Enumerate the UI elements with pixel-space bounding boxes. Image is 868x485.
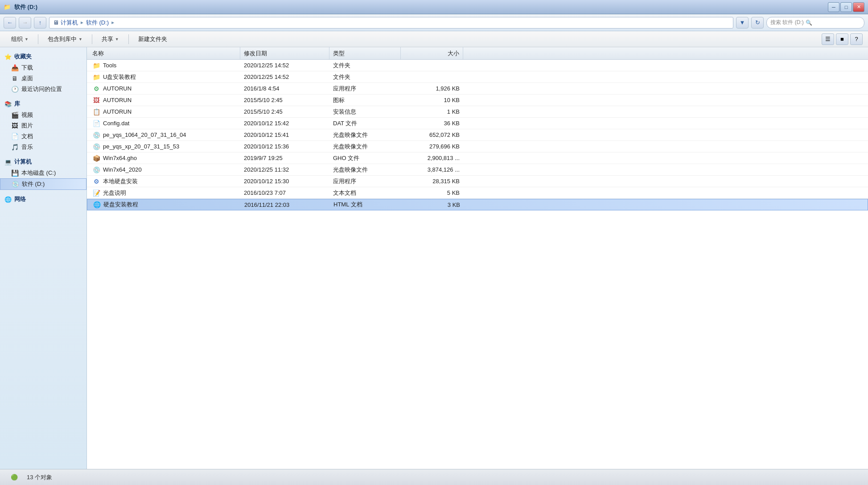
computer-label: 计算机 — [14, 158, 32, 166]
table-row[interactable]: ⚙ AUTORUN 2016/1/8 4:54 应用程序 1,926 KB — [87, 83, 868, 95]
table-row[interactable]: 📝 光盘说明 2016/10/23 7:07 文本文档 5 KB — [87, 187, 868, 199]
file-type-cell: 应用程序 — [329, 177, 401, 185]
status-icon: 🟢 — [7, 470, 21, 485]
table-row[interactable]: 📁 U盘安装教程 2020/12/25 14:52 文件夹 — [87, 71, 868, 83]
titlebar-left: 📁 软件 (D:) — [4, 3, 37, 11]
col-header-name[interactable]: 名称 — [89, 47, 240, 59]
d-drive-icon: 💿 — [11, 180, 19, 188]
forward-button[interactable]: → — [19, 17, 31, 29]
c-drive-icon: 💾 — [11, 169, 19, 177]
new-folder-button[interactable]: 新建文件夹 — [132, 33, 173, 45]
file-icon: 📦 — [92, 154, 100, 162]
sidebar-item-d-drive[interactable]: 💿 软件 (D:) — [0, 178, 86, 190]
status-count: 13 个对象 — [27, 473, 52, 481]
sidebar-library-section: 📚 库 🎬 视频 🖼 图片 📄 文档 🎵 音乐 — [0, 98, 86, 152]
file-size-cell: 5 KB — [401, 189, 463, 196]
sidebar-item-c-drive[interactable]: 💾 本地磁盘 (C:) — [0, 168, 86, 178]
col-header-date[interactable]: 修改日期 — [240, 47, 329, 59]
sidebar-download-label: 下载 — [21, 64, 33, 72]
preview-pane-button[interactable]: ■ — [836, 33, 848, 45]
table-row[interactable]: 💿 pe_yqs_1064_20_07_31_16_04 2020/10/12 … — [87, 129, 868, 141]
refresh-button[interactable]: ↻ — [751, 17, 764, 29]
table-row[interactable]: ⚙ 本地硬盘安装 2020/10/12 15:30 应用程序 28,315 KB — [87, 176, 868, 187]
file-icon: 📄 — [92, 119, 100, 127]
table-row[interactable]: 🌐 硬盘安装教程 2016/11/21 22:03 HTML 文档 3 KB — [87, 199, 868, 210]
file-date-cell: 2015/5/10 2:45 — [240, 97, 329, 103]
file-icon: 🌐 — [93, 201, 101, 209]
search-placeholder: 搜索 软件 (D:) — [770, 19, 804, 26]
file-date-cell: 2015/5/10 2:45 — [240, 108, 329, 115]
table-row[interactable]: 💿 Win7x64_2020 2020/12/25 11:32 光盘映像文件 3… — [87, 164, 868, 176]
file-date-cell: 2016/1/8 4:54 — [240, 85, 329, 92]
col-header-type[interactable]: 类型 — [329, 47, 401, 59]
table-row[interactable]: 📁 Tools 2020/12/25 14:52 文件夹 — [87, 60, 868, 71]
sidebar-video-label: 视频 — [21, 111, 33, 119]
toolbar-sep-3 — [128, 34, 129, 44]
sidebar-item-recent[interactable]: 🕐 最近访问的位置 — [0, 84, 86, 95]
sidebar-item-music[interactable]: 🎵 音乐 — [0, 142, 86, 152]
toolbar-sep-1 — [38, 34, 38, 44]
up-button[interactable]: ↑ — [34, 17, 46, 29]
sidebar-computer-header[interactable]: 💻 计算机 — [0, 156, 86, 168]
organize-button[interactable]: 组织 ▼ — [5, 33, 34, 45]
file-name-cell: 💿 pe_yqs_xp_20_07_31_15_53 — [89, 143, 240, 151]
video-icon: 🎬 — [11, 111, 19, 119]
file-date-cell: 2020/10/12 15:36 — [240, 143, 329, 150]
sidebar-pictures-label: 图片 — [21, 122, 33, 130]
help-button[interactable]: ? — [850, 33, 863, 45]
organize-label: 组织 — [11, 35, 23, 43]
back-button[interactable]: ← — [4, 17, 16, 29]
file-date-cell: 2016/10/23 7:07 — [240, 189, 329, 196]
maximize-button[interactable]: □ — [840, 2, 852, 12]
table-row[interactable]: 📄 Config.dat 2020/10/12 15:42 DAT 文件 36 … — [87, 118, 868, 129]
sidebar-item-download[interactable]: 📥 下载 — [0, 62, 86, 73]
file-name-cell: 🖼 AUTORUN — [89, 96, 240, 104]
sidebar-favorites-header[interactable]: ⭐ 收藏夹 — [0, 51, 86, 62]
file-type-cell: 光盘映像文件 — [329, 166, 401, 174]
share-arrow: ▼ — [115, 37, 119, 41]
sidebar-item-pictures[interactable]: 🖼 图片 — [0, 120, 86, 131]
pictures-icon: 🖼 — [11, 122, 19, 130]
minimize-button[interactable]: ─ — [828, 2, 839, 12]
breadcrumb-computer[interactable]: 计算机 — [61, 19, 78, 27]
view-options-button[interactable]: ☰ — [822, 33, 834, 45]
file-name-text: 光盘说明 — [103, 189, 126, 197]
file-type-cell: DAT 文件 — [329, 119, 401, 127]
file-icon: 💿 — [92, 166, 100, 174]
file-icon: 💿 — [92, 131, 100, 139]
file-name-text: 硬盘安装教程 — [103, 201, 138, 209]
close-button[interactable]: ✕ — [853, 2, 864, 12]
sidebar-c-drive-label: 本地磁盘 (C:) — [21, 169, 56, 177]
sidebar-network-header[interactable]: 🌐 网络 — [0, 193, 86, 205]
file-list: 📁 Tools 2020/12/25 14:52 文件夹 📁 U盘安装教程 20… — [87, 60, 868, 210]
toolbar: 组织 ▼ 包含到库中 ▼ 共享 ▼ 新建文件夹 ☰ ■ ? — [0, 31, 868, 47]
file-name-cell: 💿 Win7x64_2020 — [89, 166, 240, 174]
new-folder-label: 新建文件夹 — [138, 35, 167, 43]
table-row[interactable]: 📦 Win7x64.gho 2019/9/7 19:25 GHO 文件 2,90… — [87, 152, 868, 164]
table-row[interactable]: 🖼 AUTORUN 2015/5/10 2:45 图标 10 KB — [87, 95, 868, 106]
include-library-button[interactable]: 包含到库中 ▼ — [42, 33, 88, 45]
file-name-text: Win7x64.gho — [103, 155, 137, 161]
titlebar: 📁 软件 (D:) ─ □ ✕ — [0, 0, 868, 14]
documents-icon: 📄 — [11, 132, 19, 140]
sidebar-library-header[interactable]: 📚 库 — [0, 98, 86, 110]
sidebar-item-documents[interactable]: 📄 文档 — [0, 131, 86, 142]
file-icon: 📁 — [92, 73, 100, 81]
file-name-text: pe_yqs_1064_20_07_31_16_04 — [103, 132, 186, 138]
sidebar-item-video[interactable]: 🎬 视频 — [0, 110, 86, 120]
file-size-cell: 28,315 KB — [401, 178, 463, 185]
file-date-cell: 2020/10/12 15:42 — [240, 120, 329, 127]
share-button[interactable]: 共享 ▼ — [96, 33, 125, 45]
statusbar: 🟢 13 个对象 — [0, 469, 868, 485]
sidebar-item-desktop[interactable]: 🖥 桌面 — [0, 73, 86, 84]
col-header-size[interactable]: 大小 — [401, 47, 463, 59]
computer-icon: 💻 — [4, 159, 12, 165]
file-type-cell: 文件夹 — [329, 73, 401, 81]
table-row[interactable]: 📋 AUTORUN 2015/5/10 2:45 安装信息 1 KB — [87, 106, 868, 118]
search-icon: 🔍 — [806, 20, 812, 26]
table-row[interactable]: 💿 pe_yqs_xp_20_07_31_15_53 2020/10/12 15… — [87, 141, 868, 152]
dropdown-button[interactable]: ▼ — [736, 17, 749, 29]
search-box[interactable]: 搜索 软件 (D:) 🔍 — [766, 17, 864, 29]
breadcrumb-drive[interactable]: 软件 (D:) — [86, 19, 109, 27]
file-name-cell: ⚙ 本地硬盘安装 — [89, 177, 240, 185]
